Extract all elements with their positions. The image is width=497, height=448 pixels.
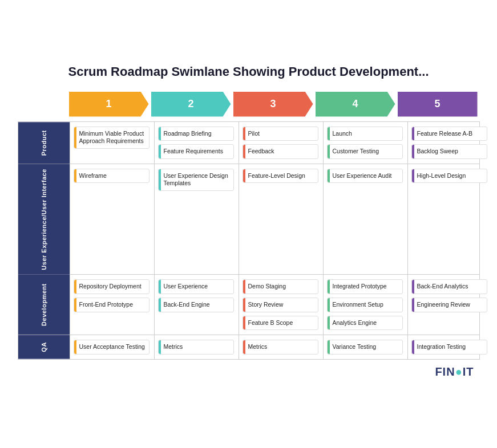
col-3-4: Integration Testing	[407, 335, 492, 359]
logo-suffix: IT	[463, 365, 474, 378]
sprint-arrows-row: 12345	[69, 92, 480, 117]
sprint-arrow-1: 1	[69, 92, 149, 117]
col-3-3: Variance Testing	[323, 335, 407, 359]
sprint-arrow-3: 3	[233, 92, 313, 117]
page-title: Scrum Roadmap Swimlane Showing Product D…	[18, 64, 480, 80]
grid-row-1: User Experience/User InterfaceWireframeU…	[18, 164, 479, 275]
col-3-2: Metrics	[239, 335, 323, 359]
col-2-1: User ExperienceBack-End Engine	[154, 275, 239, 335]
cell-item-2-2-2: Feature B Scope	[243, 316, 318, 331]
sprint-arrow-2: 2	[151, 92, 231, 117]
cell-item-2-0-0: Repository Deployment	[74, 279, 149, 294]
cell-item-3-2-0: Metrics	[243, 340, 318, 355]
sprint-arrow-5: 5	[398, 92, 478, 117]
cell-item-1-3-0: User Experience Audit	[327, 169, 403, 184]
col-0-4: Feature Release A-BBacklog Sweep	[407, 122, 492, 164]
row-label-3: QA	[18, 335, 70, 359]
sprint-arrow-4: 4	[316, 92, 395, 117]
cell-item-1-4-0: High-Level Design	[411, 169, 487, 184]
cell-item-1-0-0: Wireframe	[74, 169, 149, 184]
cell-item-2-3-1: Environment Setup	[327, 298, 403, 312]
col-3-1: Metrics	[154, 335, 239, 359]
col-2-4: Back-End AnalyticsEngineering Review	[407, 275, 492, 335]
col-2-0: Repository DeploymentFront-End Prototype	[70, 275, 154, 335]
logo-row: FIN●IT	[18, 365, 480, 378]
cell-item-0-3-1: Customer Testing	[327, 144, 403, 159]
cell-item-2-2-1: Story Review	[243, 298, 318, 312]
cell-item-3-4-0: Integration Testing	[411, 340, 487, 355]
cell-item-0-1-0: Roadmap Briefing	[158, 127, 234, 141]
row-label-1: User Experience/User Interface	[18, 164, 70, 275]
col-0-2: PilotFeedback	[239, 122, 323, 164]
swimlane-grid: ProductMinimum Viable Product Approach R…	[18, 121, 480, 360]
grid-row-3: QAUser Acceptance TestingMetricsMetricsV…	[18, 335, 479, 359]
cell-item-0-2-0: Pilot	[243, 127, 318, 141]
col-1-0: Wireframe	[70, 164, 154, 275]
grid-row-2: DevelopmentRepository DeploymentFront-En…	[18, 275, 479, 335]
row-label-2: Development	[18, 275, 70, 335]
cell-item-2-4-1: Engineering Review	[411, 298, 487, 312]
cell-item-0-1-1: Feature Requirements	[158, 144, 234, 159]
cell-item-3-0-0: User Acceptance Testing	[74, 340, 149, 355]
cell-item-2-1-0: User Experience	[158, 279, 234, 294]
col-1-4: High-Level Design	[407, 164, 492, 275]
col-1-1: User Experience Design Templates	[154, 164, 239, 275]
cell-item-0-4-0: Feature Release A-B	[411, 127, 487, 141]
main-container: Scrum Roadmap Swimlane Showing Product D…	[6, 52, 491, 396]
col-2-3: Integrated PrototypeEnvironment SetupAna…	[323, 275, 407, 335]
col-0-1: Roadmap BriefingFeature Requirements	[154, 122, 239, 164]
cell-item-2-1-1: Back-End Engine	[158, 298, 234, 312]
logo-main: FIN	[435, 365, 455, 378]
cell-item-0-3-0: Launch	[327, 127, 403, 141]
col-0-0: Minimum Viable Product Approach Requirem…	[70, 122, 154, 164]
col-1-3: User Experience Audit	[323, 164, 407, 275]
col-3-0: User Acceptance Testing	[70, 335, 154, 359]
cell-item-2-2-0: Demo Staging	[243, 279, 318, 294]
cell-item-2-4-0: Back-End Analytics	[411, 279, 487, 294]
col-2-2: Demo StagingStory ReviewFeature B Scope	[239, 275, 323, 335]
cell-item-3-1-0: Metrics	[158, 340, 234, 355]
logo-accent: ●	[455, 365, 463, 378]
cell-item-2-3-0: Integrated Prototype	[327, 279, 403, 294]
col-1-2: Feature-Level Design	[239, 164, 323, 275]
col-0-3: LaunchCustomer Testing	[323, 122, 407, 164]
logo: FIN●IT	[435, 365, 474, 378]
grid-row-0: ProductMinimum Viable Product Approach R…	[18, 122, 479, 164]
cell-item-0-2-1: Feedback	[243, 144, 318, 159]
cell-item-1-2-0: Feature-Level Design	[243, 169, 318, 184]
cell-item-1-1-0: User Experience Design Templates	[158, 169, 234, 191]
cell-item-3-3-0: Variance Testing	[327, 340, 403, 355]
row-label-0: Product	[18, 122, 70, 164]
cell-item-0-4-1: Backlog Sweep	[411, 144, 487, 159]
cell-item-2-0-1: Front-End Prototype	[74, 298, 149, 312]
cell-item-2-3-2: Analytics Engine	[327, 316, 403, 331]
cell-item-0-0-0: Minimum Viable Product Approach Requirem…	[74, 127, 149, 149]
